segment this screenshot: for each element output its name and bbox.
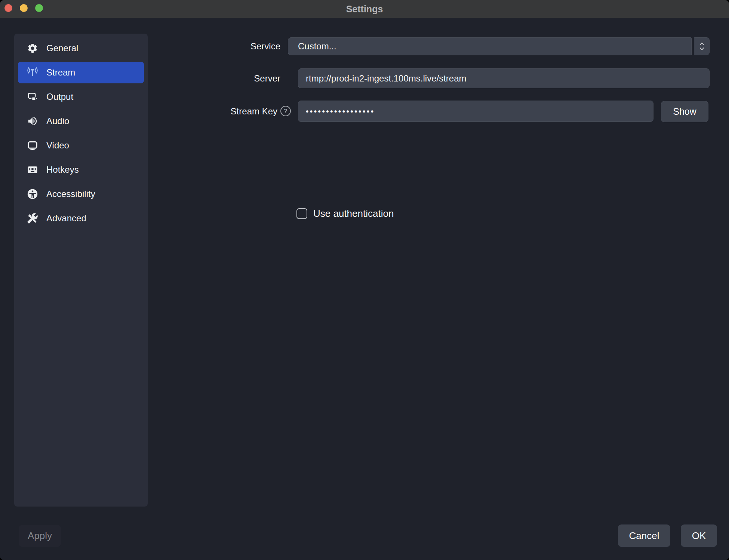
server-input[interactable]: rtmp://prod-in2-ingest.100ms.live/stream — [298, 68, 710, 88]
keyboard-icon — [27, 164, 38, 175]
sidebar-item-output[interactable]: Output — [18, 86, 144, 108]
up-down-chevrons-icon — [699, 41, 705, 51]
service-select[interactable]: Custom... — [288, 37, 692, 55]
accessibility-icon — [27, 188, 38, 200]
sidebar-item-label: Accessibility — [46, 189, 95, 199]
monitor-icon — [27, 140, 38, 151]
sidebar-item-general[interactable]: General — [18, 37, 144, 59]
antenna-icon — [27, 67, 38, 78]
stream-key-masked-value: ••••••••••••••••• — [306, 107, 375, 116]
sidebar-item-label: Video — [46, 140, 69, 151]
service-selected-value: Custom... — [298, 41, 336, 52]
speaker-icon — [27, 116, 38, 127]
help-icon[interactable]: ? — [280, 106, 291, 116]
sidebar-item-video[interactable]: Video — [18, 135, 144, 156]
titlebar: Settings — [0, 0, 729, 18]
show-stream-key-button[interactable]: Show — [661, 101, 708, 122]
settings-window: Settings General Stream — [0, 0, 729, 560]
sidebar-item-label: Output — [46, 92, 73, 102]
sidebar-item-label: Advanced — [46, 213, 86, 224]
gear-icon — [27, 43, 38, 54]
server-value: rtmp://prod-in2-ingest.100ms.live/stream — [306, 73, 467, 84]
service-select-spinner[interactable] — [694, 37, 710, 55]
sidebar-item-audio[interactable]: Audio — [18, 110, 144, 132]
sidebar-item-accessibility[interactable]: Accessibility — [18, 183, 144, 205]
stream-key-input[interactable]: ••••••••••••••••• — [298, 101, 653, 122]
sidebar-item-stream[interactable]: Stream — [18, 62, 144, 83]
cancel-button[interactable]: Cancel — [618, 524, 670, 547]
sidebar-item-hotkeys[interactable]: Hotkeys — [18, 159, 144, 181]
sidebar-item-label: Stream — [46, 67, 75, 78]
settings-sidebar: General Stream Output — [14, 34, 148, 507]
stream-key-label: Stream Key — [188, 101, 277, 122]
use-authentication-label: Use authentication — [313, 208, 394, 219]
server-label: Server — [191, 68, 280, 88]
output-camera-icon — [27, 91, 38, 102]
sidebar-item-advanced[interactable]: Advanced — [18, 207, 144, 229]
sidebar-item-label: General — [46, 43, 78, 53]
apply-button[interactable]: Apply — [19, 525, 61, 547]
use-authentication-checkbox[interactable] — [296, 208, 307, 219]
service-label: Service — [191, 37, 280, 55]
tools-icon — [27, 213, 38, 224]
sidebar-item-label: Hotkeys — [46, 164, 79, 175]
sidebar-item-label: Audio — [46, 116, 69, 126]
ok-button[interactable]: OK — [681, 524, 717, 547]
window-title: Settings — [0, 0, 729, 18]
